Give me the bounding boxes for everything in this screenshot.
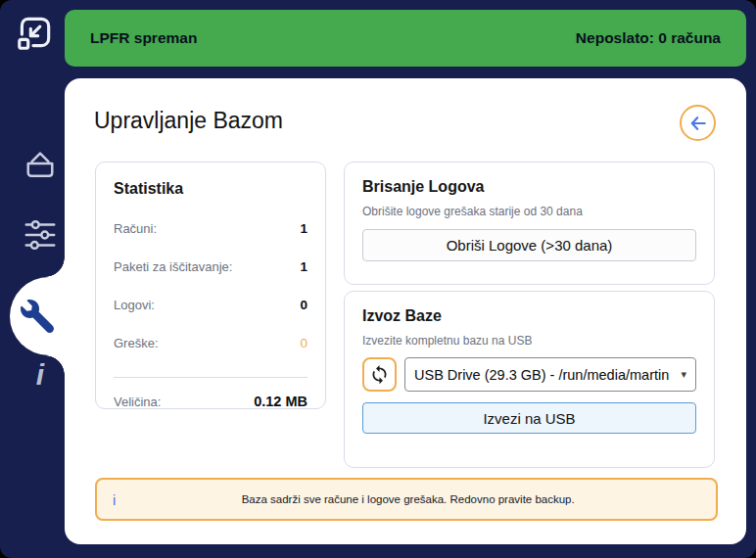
home-icon — [22, 148, 59, 181]
usb-drive-row: USB Drive (29.3 GB) - /run/media/martin … — [362, 357, 696, 392]
refresh-drives-button[interactable] — [362, 357, 397, 392]
info-banner: i Baza sadrži sve račune i logove grešak… — [95, 478, 718, 521]
stat-value: 1 — [300, 259, 307, 274]
log-cleanup-title: Brisanje Logova — [362, 178, 696, 196]
db-export-panel: Izvoz Baze Izvezite kompletnu bazu na US… — [344, 291, 715, 468]
export-usb-button[interactable]: Izvezi na USB — [362, 402, 696, 434]
db-export-title: Izvoz Baze — [362, 307, 696, 325]
sliders-icon — [22, 217, 59, 253]
wrench-icon — [21, 300, 54, 333]
sidebar: i — [0, 0, 65, 558]
stat-value: 1 — [300, 221, 307, 236]
unsent-count-text: Neposlato: 0 računa — [576, 29, 721, 47]
log-cleanup-panel: Brisanje Logova Obrišite logove grešaka … — [344, 162, 715, 285]
statistics-panel: Statistika Računi: 1 Paketi za iščitavan… — [95, 162, 326, 409]
stat-label: Paketi za iščitavanje: — [114, 259, 232, 274]
stat-row-velicina: Veličina: 0.12 MB — [114, 394, 307, 409]
stat-row-racuni: Računi: 1 — [114, 221, 307, 236]
stat-label: Logovi: — [114, 298, 155, 312]
stat-row-logovi: Logovi: 0 — [114, 298, 307, 312]
app-window: LPFR spreman Neposlato: 0 računa — [0, 0, 756, 558]
sidebar-item-tools[interactable] — [21, 300, 54, 333]
delete-logs-button[interactable]: Obriši Logove (>30 dana) — [362, 229, 696, 261]
refresh-icon — [369, 364, 390, 385]
page-title: Upravljanje Bazom — [94, 108, 283, 134]
stat-value-errors: 0 — [300, 336, 307, 350]
stat-label: Greške: — [114, 336, 159, 350]
statistics-title: Statistika — [114, 180, 307, 198]
usb-drive-select[interactable]: USB Drive (29.3 GB) - /run/media/martin … — [404, 357, 696, 392]
main-card: Upravljanje Bazom Statistika Računi: 1 P… — [65, 78, 746, 544]
usb-drive-selected-option: USB Drive (29.3 GB) - /run/media/martin — [414, 367, 676, 383]
stat-row-greske: Greške: 0 — [114, 336, 307, 350]
log-cleanup-description: Obrišite logove grešaka starije od 30 da… — [362, 205, 696, 218]
arrow-left-icon — [688, 114, 708, 133]
sidebar-item-info[interactable]: i — [24, 355, 57, 395]
info-icon: i — [36, 358, 44, 392]
db-size-value: 0.12 MB — [254, 394, 307, 409]
stat-row-paketi: Paketi za iščitavanje: 1 — [114, 259, 307, 274]
sidebar-item-home[interactable] — [21, 146, 60, 183]
sidebar-active-tab — [10, 277, 65, 355]
stats-divider — [114, 377, 307, 378]
app-logo-icon — [14, 13, 55, 54]
sidebar-item-settings[interactable] — [21, 216, 60, 254]
status-bar: LPFR spreman Neposlato: 0 računa — [65, 10, 746, 67]
stat-label: Računi: — [114, 221, 157, 236]
back-button[interactable] — [680, 105, 716, 141]
info-banner-text: Baza sadrži sve račune i logove grešaka.… — [116, 493, 700, 505]
chevron-down-icon: ▾ — [681, 368, 686, 381]
stat-value: 0 — [300, 298, 307, 312]
db-export-description: Izvezite kompletnu bazu na USB — [362, 334, 696, 348]
lpfr-status-text: LPFR spreman — [90, 29, 197, 47]
stat-label: Veličina: — [114, 395, 161, 409]
